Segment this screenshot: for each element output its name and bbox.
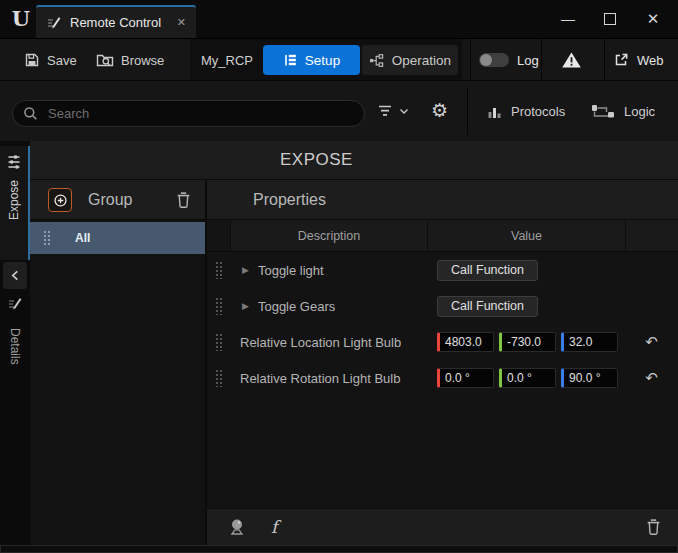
location-x-field[interactable]: 4803.0 [437,332,494,352]
rotation-pitch-field[interactable]: 0.0 ° [499,368,556,388]
sidebar-tab-details-label: Details [8,328,22,365]
preset-name[interactable]: My_RCP [198,39,256,81]
sidebar-tab-expose[interactable]: Expose [0,146,30,260]
expand-arrow-icon[interactable]: ▶ [242,301,249,311]
property-label: Toggle light [258,263,324,278]
close-button[interactable]: ✕ [634,4,672,34]
rotation-pitch-value: 0.0 ° [507,371,532,385]
tab-remote-control[interactable]: Remote Control ✕ [36,5,196,38]
protocols-button[interactable]: Protocols [487,81,565,142]
side-tab-strip: Expose Details [0,141,30,553]
expand-arrow-icon[interactable]: ▶ [242,265,249,275]
properties-panel-title: Properties [253,191,326,209]
save-button[interactable]: Save [24,39,77,81]
value-column-header[interactable]: Value [427,220,625,251]
drag-handle-icon[interactable] [43,230,50,246]
grip-column-header [207,220,230,251]
toggle-knob [480,54,492,66]
group-panel-title: Group [88,191,132,209]
group-item-label: All [75,231,90,245]
location-y-value: -730.0 [507,335,541,349]
external-link-icon [613,52,629,68]
location-z-value: 32.0 [569,335,592,349]
properties-column-header: Description Value [207,220,678,252]
search-toolbar: ⚙ Protocols Logic [0,80,678,141]
expose-actor-button[interactable] [227,518,247,536]
remote-control-window: U Remote Control ✕ — ✕ Save [0,0,678,553]
plus-circle-icon [53,193,68,208]
property-row-relative-rotation[interactable]: Relative Rotation Light Bulb 0.0 ° 0.0 °… [207,360,678,396]
protocols-bars-icon [487,105,502,119]
log-label: Log [517,39,539,81]
sidebar-tab-details[interactable]: Details [0,296,30,365]
group-item-all[interactable]: All [30,222,205,254]
expose-function-icon[interactable]: f [271,517,277,537]
rotation-roll-value: 0.0 ° [445,371,470,385]
protocols-label: Protocols [511,104,565,119]
warning-triangle-icon [561,51,582,69]
rotation-yaw-field[interactable]: 90.0 ° [561,368,618,388]
tab-label: Remote Control [70,15,169,30]
reset-to-default-icon[interactable]: ↶ [645,369,658,387]
setup-tab-button[interactable]: Setup [263,45,360,75]
operation-tab-button[interactable]: Operation [362,45,458,75]
edit-pen-icon [46,15,62,31]
edit-pen-icon [7,296,23,312]
search-icon [23,106,38,121]
operation-label: Operation [392,53,451,68]
property-row-toggle-gears[interactable]: ▶ Toggle Gears Call Function [207,288,678,324]
property-row-relative-location[interactable]: Relative Location Light Bulb 4803.0 -730… [207,324,678,360]
tab-close-icon[interactable]: ✕ [177,16,186,29]
description-column-header[interactable]: Description [230,220,427,251]
settings-gear-icon[interactable]: ⚙ [431,92,448,130]
reset-to-default-icon[interactable]: ↶ [645,333,658,351]
warning-button[interactable] [561,51,582,69]
properties-bottom-toolbar: f [207,508,678,545]
add-group-button[interactable] [48,188,72,212]
rotation-roll-field[interactable]: 0.0 ° [437,368,494,388]
toolbar: Save Browse My_RCP Setup [0,38,678,80]
drag-handle-icon[interactable] [215,261,222,279]
sidebar-tab-expose-label: Expose [7,180,21,220]
expose-panel-header: EXPOSE [30,141,678,180]
maximize-button[interactable] [591,4,629,34]
operation-graph-icon [369,53,384,68]
logic-button[interactable]: Logic [591,81,655,142]
search-box[interactable] [12,100,365,127]
call-function-button[interactable]: Call Function [437,260,538,281]
toolbar-separator [604,39,605,81]
expose-panel-title: EXPOSE [280,150,353,170]
location-x-value: 4803.0 [445,335,482,349]
unreal-engine-logo-icon[interactable]: U [8,6,34,32]
delete-property-button[interactable] [645,518,662,536]
trash-icon [645,518,662,536]
collapse-panel-button[interactable] [3,262,27,289]
browse-button[interactable]: Browse [96,39,164,81]
property-label: Toggle Gears [258,299,335,314]
web-button[interactable]: Web [613,39,664,81]
save-icon [24,52,40,68]
logic-nodes-icon [591,104,615,119]
drag-handle-icon[interactable] [215,333,222,351]
drag-handle-icon[interactable] [215,297,222,315]
toolbar-separator [470,39,471,81]
call-function-button[interactable]: Call Function [437,296,538,317]
search-separator [467,87,468,135]
search-input[interactable] [46,105,364,122]
save-label: Save [47,53,77,68]
properties-empty-area [207,396,678,508]
delete-group-button[interactable] [175,191,192,209]
toolbar-separator [541,39,542,81]
properties-rows: ▶ Toggle light Call Function ▶ Toggle Ge… [207,252,678,396]
log-toggle[interactable] [479,53,509,67]
window-bottom-edge [0,545,678,553]
group-panel-header: Group [30,180,205,220]
minimize-button[interactable]: — [549,4,587,34]
property-row-toggle-light[interactable]: ▶ Toggle light Call Function [207,252,678,288]
location-z-field[interactable]: 32.0 [561,332,618,352]
filter-button[interactable] [377,97,409,125]
location-y-field[interactable]: -730.0 [499,332,556,352]
setup-label: Setup [305,53,340,68]
sliders-icon [6,153,22,171]
drag-handle-icon[interactable] [215,369,222,387]
